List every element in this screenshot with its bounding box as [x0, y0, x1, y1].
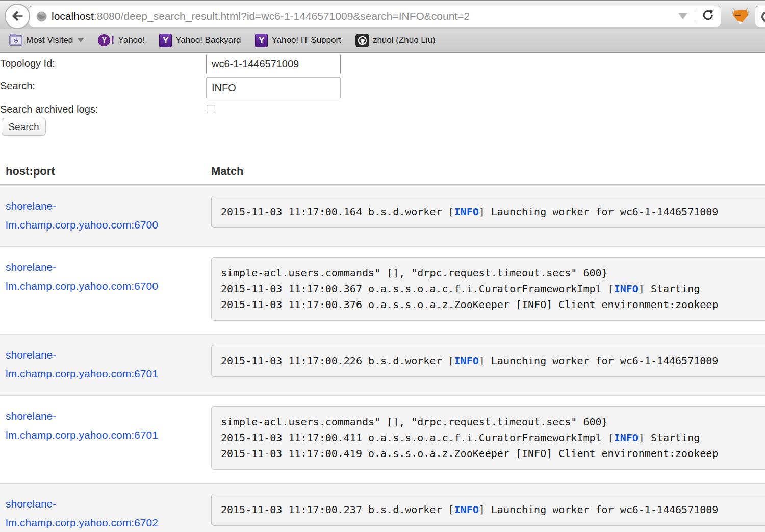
yahoo-square-icon: Y — [255, 34, 268, 47]
table-header-row: host:port Match — [0, 157, 765, 184]
bookmark-label: Yahoo! IT Support — [271, 35, 341, 45]
column-header-host-port: host:port — [0, 165, 211, 178]
log-text: ] Launching worker for wc6-1-1446571009 — [479, 206, 719, 218]
site-globe-icon — [36, 11, 47, 22]
host-port-cell: shorelane-lm.champ.corp.yahoo.com:6701 — [0, 396, 211, 483]
bookmark-yahoo-it-support[interactable]: Y Yahoo! IT Support — [255, 34, 341, 47]
info-highlight: INFO — [454, 206, 479, 218]
host-port-link[interactable]: shorelane-lm.champ.corp.yahoo.com:6701 — [6, 410, 158, 441]
log-text: ] Launching worker for wc6-1-1446571009 — [479, 354, 719, 367]
log-text: ] Starting — [639, 432, 700, 444]
column-header-match: Match — [211, 165, 244, 178]
info-highlight: INFO — [454, 503, 479, 516]
bookmark-yahoo[interactable]: Y! Yahoo! — [98, 34, 145, 47]
github-icon — [355, 34, 369, 47]
host-port-link[interactable]: shorelane-lm.champ.corp.yahoo.com:6702 — [6, 498, 158, 528]
log-text: 2015-11-03 11:17:00.376 o.a.s.s.o.a.z.Zo… — [221, 298, 718, 311]
url-path: :8080/deep_search_result.html?id=wc6-1-1… — [94, 10, 470, 22]
url-bar-separator — [695, 9, 695, 23]
host-port-cell: shorelane-lm.champ.corp.yahoo.com:6700 — [0, 186, 211, 246]
topology-id-input[interactable] — [206, 55, 341, 74]
host-port-cell: shorelane-lm.champ.corp.yahoo.com:6701 — [0, 335, 211, 395]
log-match-box: 2015-11-03 11:17:00.226 b.s.d.worker [IN… — [211, 345, 765, 377]
bookmark-most-visited[interactable]: Most Visited — [9, 35, 84, 46]
log-text: ] Launching worker for wc6-1-1446571009 — [479, 503, 719, 516]
log-match-box: simple-acl.users.commands" [], "drpc.req… — [211, 257, 765, 321]
table-row: shorelane-lm.champ.corp.yahoo.com:6701 2… — [0, 334, 765, 395]
bookmark-yahoo-backyard[interactable]: Y Yahoo! Backyard — [159, 34, 241, 47]
results-table: host:port Match shorelane-lm.champ.corp.… — [0, 157, 765, 532]
match-cell: simple-acl.users.commands" [], "drpc.req… — [211, 396, 765, 483]
search-input[interactable] — [206, 77, 341, 98]
bookmark-label: Yahoo! Backyard — [175, 35, 241, 45]
bookmarks-bar: Most Visited Y! Yahoo! Y Yahoo! Backyard… — [0, 29, 765, 53]
bookmark-label: Most Visited — [26, 35, 73, 45]
search-label: Search: — [0, 80, 35, 92]
log-text: simple-acl.users.commands" [], "drpc.req… — [221, 267, 608, 279]
browser-window: localhost:8080/deep_search_result.html?i… — [0, 0, 765, 532]
url-bar[interactable]: localhost:8080/deep_search_result.html?i… — [29, 6, 721, 27]
folder-gear-icon — [9, 35, 22, 46]
log-match-box: simple-acl.users.commands" [], "drpc.req… — [211, 406, 765, 470]
search-button[interactable]: Search — [2, 118, 46, 136]
yahoo-square-icon: Y — [159, 34, 172, 47]
deep-search-form: Topology Id: Search: Search archived log… — [0, 55, 765, 157]
search-archived-logs-label: Search archived logs: — [0, 104, 98, 115]
url-text: localhost:8080/deep_search_result.html?i… — [52, 10, 678, 22]
back-arrow-icon — [10, 9, 24, 23]
info-highlight: INFO — [614, 283, 639, 295]
search-field-partial[interactable] — [755, 6, 765, 27]
url-host: localhost — [52, 10, 94, 22]
match-cell: 2015-11-03 11:17:00.226 b.s.d.worker [IN… — [211, 335, 765, 395]
log-text: ] Starting — [639, 283, 700, 295]
match-cell: 2015-11-03 11:17:00.164 b.s.d.worker [IN… — [211, 186, 765, 246]
log-text: 2015-11-03 11:17:00.411 o.a.s.s.o.a.c.f.… — [221, 432, 614, 444]
host-port-cell: shorelane-lm.champ.corp.yahoo.com:6702 — [0, 484, 211, 532]
log-text: 2015-11-03 11:17:00.226 b.s.d.worker [ — [221, 354, 454, 367]
yahoo-circle-icon: Y! — [98, 34, 114, 47]
bookmark-label: Yahoo! — [118, 35, 145, 45]
log-text: 2015-11-03 11:17:00.367 o.a.s.s.o.a.c.f.… — [221, 283, 614, 295]
page-content: Topology Id: Search: Search archived log… — [0, 55, 765, 532]
bookmark-label: zhuol (Zhuo Liu) — [373, 35, 436, 45]
host-port-link[interactable]: shorelane-lm.champ.corp.yahoo.com:6700 — [6, 261, 158, 292]
log-text: 2015-11-03 11:17:00.237 b.s.d.worker [ — [221, 503, 454, 516]
match-cell: 2015-11-03 11:17:00.237 b.s.d.worker [IN… — [211, 484, 765, 532]
archived-logs-checkbox[interactable] — [207, 105, 215, 113]
log-text: 2015-11-03 11:17:00.419 o.a.s.s.o.a.z.Zo… — [221, 447, 718, 460]
table-row: shorelane-lm.champ.corp.yahoo.com:6701 s… — [0, 395, 765, 483]
info-highlight: INFO — [614, 432, 639, 444]
match-cell: simple-acl.users.commands" [], "drpc.req… — [211, 247, 765, 334]
url-dropdown-icon[interactable] — [678, 13, 687, 19]
log-match-box: 2015-11-03 11:17:00.237 b.s.d.worker [IN… — [211, 494, 765, 526]
back-button[interactable] — [5, 4, 30, 29]
browser-toolbar: localhost:8080/deep_search_result.html?i… — [0, 0, 765, 29]
chevron-down-icon — [78, 38, 84, 42]
log-text: simple-acl.users.commands" [], "drpc.req… — [221, 416, 608, 428]
table-row: shorelane-lm.champ.corp.yahoo.com:6702 2… — [0, 483, 765, 532]
table-row: shorelane-lm.champ.corp.yahoo.com:6700 2… — [0, 185, 765, 246]
table-row: shorelane-lm.champ.corp.yahoo.com:6700 s… — [0, 246, 765, 334]
log-match-box: 2015-11-03 11:17:00.164 b.s.d.worker [IN… — [211, 196, 765, 228]
fox-icon[interactable] — [730, 6, 751, 27]
log-text: 2015-11-03 11:17:00.164 b.s.d.worker [ — [221, 206, 454, 218]
table-body: shorelane-lm.champ.corp.yahoo.com:6700 2… — [0, 185, 765, 532]
info-highlight: INFO — [454, 354, 479, 367]
host-port-link[interactable]: shorelane-lm.champ.corp.yahoo.com:6700 — [6, 200, 158, 231]
reload-button[interactable] — [701, 9, 715, 24]
host-port-cell: shorelane-lm.champ.corp.yahoo.com:6700 — [0, 247, 211, 334]
bookmark-github-zhuol[interactable]: zhuol (Zhuo Liu) — [355, 34, 436, 47]
reload-icon — [701, 9, 715, 22]
magnifier-icon — [761, 11, 765, 22]
host-port-link[interactable]: shorelane-lm.champ.corp.yahoo.com:6701 — [6, 349, 158, 379]
topology-id-label: Topology Id: — [0, 58, 55, 69]
